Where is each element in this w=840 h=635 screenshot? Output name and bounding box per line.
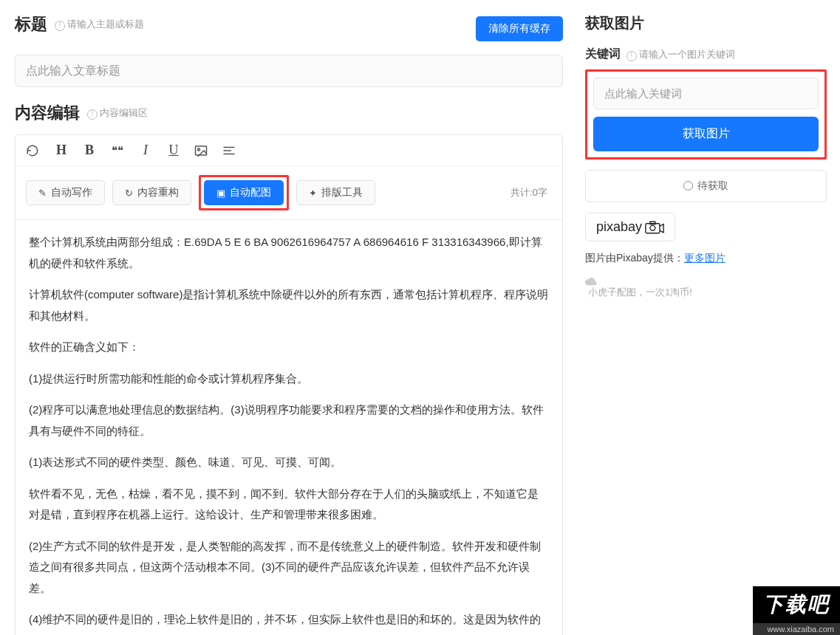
title-hint: !请输入主题或标题 (55, 18, 144, 31)
pencil-icon: ✎ (38, 188, 47, 199)
info-icon: ! (626, 51, 637, 61)
svg-point-6 (650, 225, 655, 230)
highlight-annotation: ▣自动配图 (199, 175, 289, 210)
pending-status: 待获取 (585, 170, 827, 202)
paragraph: 整个计算机系统由两部分组成：E.69DA 5 E 6 BA 9062616964… (29, 232, 549, 274)
images-icon: ▣ (216, 188, 225, 199)
info-icon: ! (55, 21, 65, 31)
wand-icon: ✦ (309, 188, 317, 199)
keyword-hint: !请输入一个图片关键词 (626, 48, 735, 61)
circle-icon (683, 181, 693, 190)
title-header-row: 标题 !请输入主题或标题 清除所有缓存 (15, 13, 563, 44)
editor-container: H B ❝❝ I U ✎自动写作 ↻内容重构 (15, 134, 563, 635)
align-icon[interactable] (222, 145, 237, 156)
article-title-input[interactable] (15, 55, 563, 87)
clear-cache-button[interactable]: 清除所有缓存 (476, 16, 563, 41)
undo-icon[interactable] (26, 144, 41, 157)
watermark-url: www.xiazaiba.com (753, 623, 840, 635)
svg-point-1 (198, 148, 200, 151)
keyword-input[interactable] (593, 78, 819, 109)
keyword-label-row: 关键词 !请输入一个图片关键词 (585, 47, 827, 62)
watermark: 下载吧 www.xiazaiba.com (753, 586, 840, 635)
camera-icon (645, 221, 664, 234)
footer-note: 小虎子配图，一次1淘币! (585, 277, 827, 299)
italic-icon[interactable]: I (138, 143, 153, 158)
format-toolbar: H B ❝❝ I U (16, 135, 562, 166)
bold-icon[interactable]: B (82, 143, 97, 158)
more-images-link[interactable]: 更多图片 (684, 252, 725, 264)
credit-row: 图片由Pixabay提供：更多图片 (585, 252, 827, 265)
auto-write-button[interactable]: ✎自动写作 (26, 180, 105, 205)
sidebar-title: 获取图片 (585, 13, 827, 33)
layout-tool-button[interactable]: ✦排版工具 (296, 180, 375, 205)
title-section-label: 标题 (15, 13, 47, 35)
paragraph: (1)提供运行时所需功能和性能的命令或计算机程序集合。 (29, 368, 549, 390)
heading-icon[interactable]: H (54, 143, 69, 158)
refresh-icon: ↻ (125, 188, 133, 199)
keyword-label: 关键词 (585, 47, 621, 62)
content-section-label: 内容编辑 (15, 102, 80, 124)
paragraph: 计算机软件(computer software)是指计算机系统中除硬件以外的所有… (29, 284, 549, 326)
watermark-logo: 下载吧 (753, 586, 840, 623)
pixabay-logo: pixabay (585, 213, 675, 241)
editor-content[interactable]: 整个计算机系统由两部分组成：E.69DA 5 E 6 BA 9062616964… (16, 220, 562, 635)
paragraph: (2)程序可以满意地处理信息的数据结构。(3)说明程序功能要求和程序需要的文档的… (29, 399, 549, 442)
restructure-button[interactable]: ↻内容重构 (112, 180, 191, 205)
svg-rect-7 (650, 222, 655, 224)
main-column: 标题 !请输入主题或标题 清除所有缓存 内容编辑 !内容编辑区 H B ❝❝ (0, 0, 578, 635)
cloud-icon (585, 277, 827, 286)
image-icon[interactable] (194, 145, 209, 157)
paragraph: (4)维护不同的硬件是旧的，理论上软件是旧的，并不坏，但实际上软件也是旧的和坏的… (29, 609, 549, 635)
paragraph: 软件的正确含义如下： (29, 337, 549, 358)
highlight-annotation: 获取图片 (585, 69, 827, 159)
info-icon: ! (87, 109, 98, 120)
action-toolbar: ✎自动写作 ↻内容重构 ▣自动配图 ✦排版工具 共计:0字 (16, 166, 562, 220)
underline-icon[interactable]: U (166, 143, 181, 158)
paragraph: (1)表达形式不同的硬件类型、颜色、味道、可见、可摸、可闻。 (29, 452, 549, 473)
sidebar-column: 获取图片 关键词 !请输入一个图片关键词 获取图片 待获取 pixabay 图片… (578, 0, 840, 635)
paragraph: (2)生产方式不同的软件是开发，是人类智能的高发挥，而不是传统意义上的硬件制造。… (29, 536, 549, 600)
fetch-image-button[interactable]: 获取图片 (593, 117, 819, 151)
paragraph: 软件看不见，无色，枯燥，看不见，摸不到，闻不到。软件大部分存在于人们的头脑或纸上… (29, 484, 549, 526)
content-hint: !内容编辑区 (87, 106, 148, 120)
quote-icon[interactable]: ❝❝ (110, 144, 125, 157)
word-count-label: 共计:0字 (511, 186, 552, 199)
auto-image-button[interactable]: ▣自动配图 (204, 180, 284, 205)
